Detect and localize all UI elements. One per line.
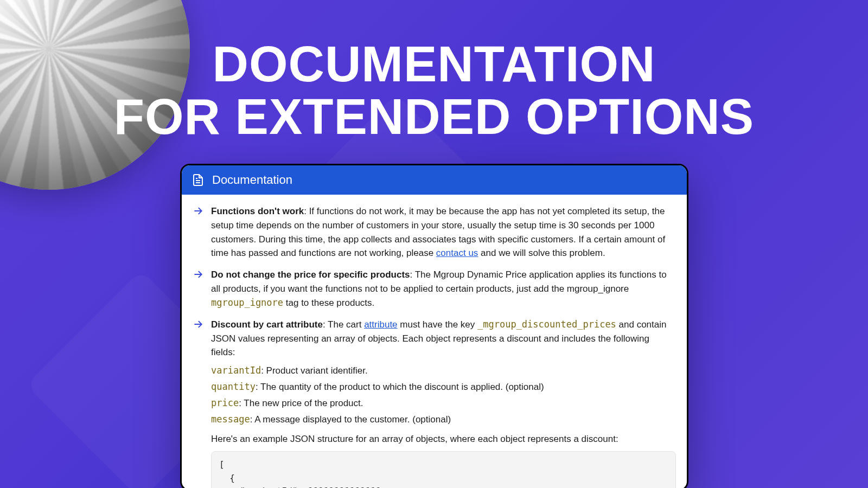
field-desc: : A message displayed to the customer. (… [250, 414, 451, 425]
window-title: Documentation [212, 173, 292, 187]
item-title: Functions don't work [211, 206, 304, 216]
window-header: Documentation [182, 165, 687, 195]
doc-item-text: Functions don't work: If functions do no… [211, 204, 676, 260]
attribute-link[interactable]: attribute [364, 319, 397, 330]
doc-item: Do not change the price for specific pro… [193, 268, 676, 310]
document-icon [192, 174, 205, 187]
doc-item: Discount by cart attribute: The cart att… [193, 318, 676, 359]
item-text: : The cart [323, 319, 364, 330]
inline-code: _mgroup_discounted_prices [477, 319, 616, 330]
documentation-window: Documentation Functions don't work: If f… [180, 164, 688, 488]
field-row: quantity: The quantity of the product to… [211, 380, 676, 394]
window-body: Functions don't work: If functions do no… [182, 195, 687, 488]
example-lead: Here's an example JSON structure for an … [211, 432, 676, 446]
item-text: tag to these products. [283, 298, 374, 308]
code-block: [ { "variantId": 11111111111111, "quanti… [211, 451, 676, 488]
field-name: quantity [211, 381, 256, 392]
doc-item-text: Do not change the price for specific pro… [211, 268, 676, 310]
field-row: variantId: Product variant identifier. [211, 364, 676, 378]
doc-item-text: Discount by cart attribute: The cart att… [211, 318, 676, 359]
field-row: message: A message displayed to the cust… [211, 413, 676, 427]
page-background: DOCUMENTATION FOR EXTENDED OPTIONS Docum… [0, 0, 868, 488]
doc-item: Functions don't work: If functions do no… [193, 204, 676, 260]
hero-line-1: DOCUMENTATION [0, 38, 868, 91]
field-desc: : Product variant identifier. [261, 365, 368, 376]
field-row: price: The new price of the product. [211, 396, 676, 410]
item-title: Do not change the price for specific pro… [211, 269, 410, 280]
item-text: and we will solve this problem. [478, 248, 605, 258]
arrow-right-icon [193, 319, 203, 330]
field-name: variantId [211, 365, 261, 376]
field-name: message [211, 414, 250, 425]
item-title: Discount by cart attribute [211, 319, 323, 330]
inline-code: mgroup_ignore [211, 297, 283, 308]
arrow-right-icon [193, 206, 203, 216]
field-name: price [211, 397, 239, 408]
hero-line-2: FOR EXTENDED OPTIONS [0, 91, 868, 143]
hero-title: DOCUMENTATION FOR EXTENDED OPTIONS [0, 38, 868, 143]
arrow-right-icon [193, 269, 203, 280]
contact-us-link[interactable]: contact us [436, 248, 478, 258]
item-text: must have the key [398, 319, 477, 330]
fields-list: variantId: Product variant identifier. q… [211, 364, 676, 426]
field-desc: : The new price of the product. [239, 398, 363, 408]
field-desc: : The quantity of the product to which t… [256, 382, 544, 392]
